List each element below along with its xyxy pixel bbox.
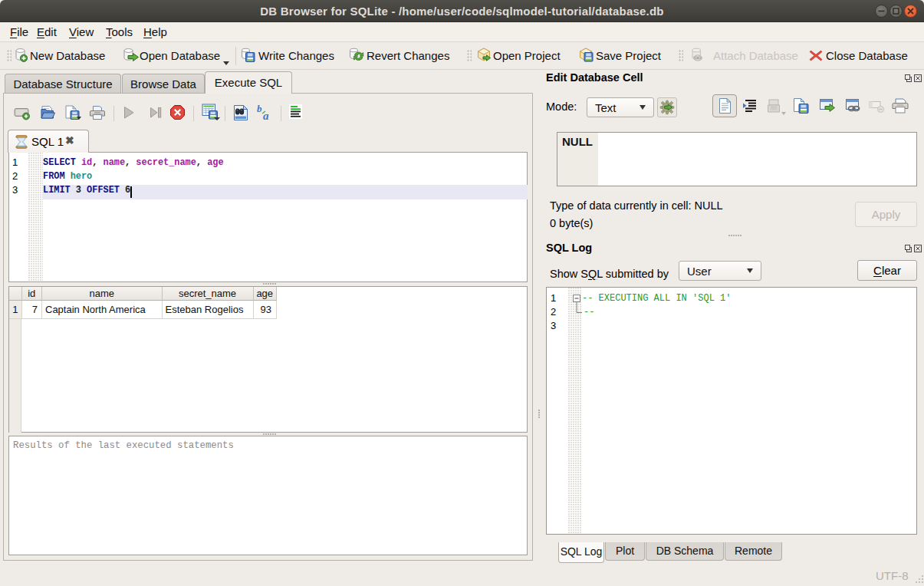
svg-text:b: b: [257, 104, 262, 114]
svg-text:a: a: [263, 110, 269, 122]
